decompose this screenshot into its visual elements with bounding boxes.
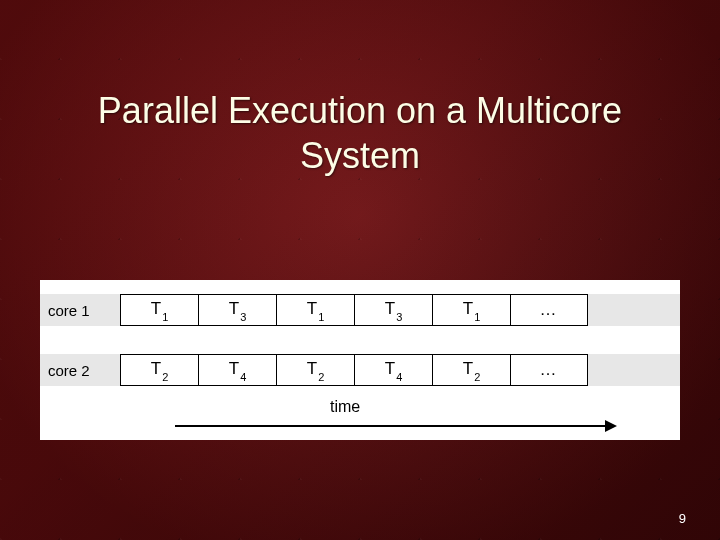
time-arrow-icon [175, 420, 617, 432]
core-1-cell: T3 [198, 294, 276, 326]
core-1-cell: T1 [432, 294, 510, 326]
core-1-cell: T1 [276, 294, 354, 326]
multicore-diagram: core 1 T1 T3 T1 T3 T1 … core 2 T2 T4 T2 … [40, 280, 680, 440]
core-2-cell: T2 [120, 354, 198, 386]
core-1-label: core 1 [40, 294, 120, 326]
core-2-row: core 2 T2 T4 T2 T4 T2 … [40, 354, 680, 386]
core-2-cell: T2 [432, 354, 510, 386]
time-axis-label: time [330, 398, 360, 416]
page-number: 9 [679, 511, 686, 526]
core-1-row: core 1 T1 T3 T1 T3 T1 … [40, 294, 680, 326]
core-1-cell-more: … [510, 294, 588, 326]
core-2-cell-more: … [510, 354, 588, 386]
core-2-cell: T4 [354, 354, 432, 386]
slide: Parallel Execution on a Multicore System… [0, 0, 720, 540]
arrow-shaft [175, 425, 607, 427]
core-2-label: core 2 [40, 354, 120, 386]
slide-title: Parallel Execution on a Multicore System [0, 88, 720, 178]
arrow-head-icon [605, 420, 617, 432]
core-1-cell: T1 [120, 294, 198, 326]
core-2-cell: T2 [276, 354, 354, 386]
core-2-cell: T4 [198, 354, 276, 386]
core-1-cell: T3 [354, 294, 432, 326]
core-1-cells: T1 T3 T1 T3 T1 … [120, 294, 680, 326]
core-2-cells: T2 T4 T2 T4 T2 … [120, 354, 680, 386]
title-line-1: Parallel Execution on a Multicore [98, 90, 622, 131]
title-line-2: System [300, 135, 420, 176]
